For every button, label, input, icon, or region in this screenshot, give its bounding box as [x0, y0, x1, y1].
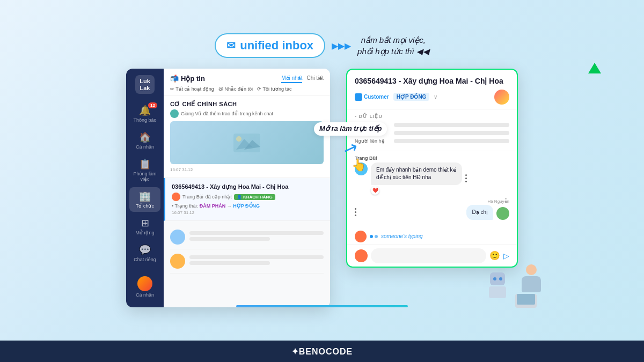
sidebar-item-organization[interactable]: 🏢 Tổ chức — [129, 187, 160, 212]
sidebar-item-workspace[interactable]: 📋 Phòng làm việc — [129, 155, 160, 185]
conversation-item-1[interactable]: CƠ CHẾ CHÍNH SÁCH Giang Vũ đã thêm trao … — [164, 95, 330, 178]
badge-label: unified inbox — [240, 39, 313, 53]
inbox-title-row: 📬 Hộp tin Mới nhất Chi tiết — [170, 74, 324, 83]
conv2-user: Trang Bùi — [182, 194, 203, 200]
typing-avatar — [355, 231, 367, 242]
top-section: ✉ unified inbox ▶▶▶ nắm bắt mọi việc, ph… — [215, 33, 429, 58]
conv2-header: 0365649413 - Xây dựng Hoa Mai - Chị Hoa — [172, 183, 324, 190]
send-button[interactable]: ▷ — [503, 252, 509, 260]
robot-eye-left — [493, 277, 496, 280]
typing-dot-2 — [375, 235, 378, 238]
blur-avatar-1 — [170, 230, 185, 245]
filter-all-activity[interactable]: ✏ Tất cả hoạt động — [170, 86, 214, 92]
conv1-image — [170, 121, 324, 164]
blur-lines-2 — [189, 255, 324, 267]
sidebar-label-profile: Cá nhân — [136, 292, 154, 298]
dot2 — [465, 178, 467, 179]
dot6 — [355, 215, 356, 216]
app-panel: Luk Lak 12 🔔 Thông báo 🏠 Cá nhân 📋 Phòng… — [126, 69, 330, 307]
tab-detail[interactable]: Chi tiết — [306, 74, 324, 83]
person-figure — [515, 264, 547, 305]
inbox-icon: ✉ — [226, 39, 236, 52]
bar-nguoi-lien-he — [394, 139, 509, 143]
blur-line-1a — [189, 231, 324, 235]
sidebar-label-personal: Cá nhân — [136, 144, 154, 150]
tab-newest[interactable]: Mới nhất — [281, 74, 302, 83]
blur-avatar-2 — [170, 254, 185, 269]
more-options-2[interactable] — [355, 208, 356, 216]
arrow-annotation: Mở ra làm trực tiếp ↗ 👆 — [314, 122, 387, 172]
chat-avatar-ha — [496, 207, 509, 220]
conv1-user: Giang Vũ — [181, 111, 201, 116]
inbox-area: 📬 Hộp tin Mới nhất Chi tiết ✏ Tất cả hoạ… — [164, 69, 330, 307]
app-logo: Luk Lak — [135, 75, 155, 93]
bottom-illustration — [484, 264, 547, 305]
filter-interactions[interactable]: ⟳ Tôi tương tác — [257, 86, 291, 92]
sidebar-item-personal[interactable]: 🏠 Cá nhân — [129, 128, 160, 153]
blue-bottom-line — [236, 305, 408, 307]
notification-badge: 12 — [148, 102, 157, 108]
blur-lines-1 — [189, 231, 324, 243]
blur-line-2b — [189, 261, 270, 265]
data-section-title: - DỮ LIỆU — [355, 114, 509, 119]
emoji-button[interactable]: 🙂 — [489, 250, 500, 261]
dot1 — [465, 174, 467, 176]
typing-text: someone's typing — [381, 233, 423, 239]
laptop-screen — [517, 294, 535, 305]
conv2-action: đã cập nhật — [206, 194, 232, 200]
arrows-left: ◀◀ — [416, 47, 429, 56]
contract-tag[interactable]: HỢP ĐỒNG — [393, 93, 430, 101]
khach-hang-badge: 👤 KHÁCH HÀNG — [234, 194, 275, 200]
footer-logo: ✦BENOCODE — [291, 346, 353, 357]
inbox-title: 📬 Hộp tin — [170, 75, 205, 83]
detail-header: 0365649413 - Xây dựng Hoa Mai - Chị Hoa … — [347, 70, 517, 109]
input-avatar — [355, 249, 368, 262]
annotation-label: Mở ra làm trực tiếp — [314, 122, 387, 136]
conversation-item-2[interactable]: 0365649413 - Xây dựng Hoa Mai - Chị Hoa … — [164, 178, 330, 221]
conv2-sub: Trang Bùi đã cập nhật 👤 KHÁCH HÀNG — [172, 193, 324, 201]
sidebar-label-workspace: Phòng làm việc — [131, 171, 158, 182]
blurred-row-1 — [170, 225, 324, 249]
chat-bubble-row-2: Dạ chị — [355, 205, 509, 220]
detail-tags: Customer HỢP ĐỒNG ∨ — [355, 90, 509, 105]
sidebar-label-notifications: Thông báo — [133, 117, 156, 123]
sidebar-item-notifications[interactable]: 12 🔔 Thông báo — [129, 101, 160, 126]
more-options[interactable] — [465, 174, 467, 182]
blurred-rows — [164, 221, 330, 278]
robot-body — [489, 286, 506, 298]
chat-input-field[interactable] — [371, 248, 486, 263]
annotation-arrow: ↗ — [340, 136, 361, 160]
bar-quy-mo — [394, 123, 509, 127]
blur-line-1b — [189, 237, 270, 241]
laptop — [515, 294, 537, 308]
organization-icon: 🏢 — [139, 190, 151, 202]
person-body — [522, 276, 541, 292]
home-icon: 🏠 — [139, 131, 151, 143]
expand-icon: ⊞ — [141, 217, 149, 229]
blurred-row-2 — [170, 249, 324, 274]
detail-title: 0365649413 - Xây dựng Hoa Mai - Chị Hoa — [355, 76, 509, 86]
dot4 — [355, 208, 356, 210]
unified-inbox-badge: ✉ unified inbox — [215, 33, 325, 58]
filter-mentions[interactable]: @ Nhắc đến tôi — [218, 86, 253, 92]
workspace-icon: 📋 — [139, 158, 151, 170]
arrows-right: ▶▶▶ — [332, 41, 351, 51]
dot5 — [355, 211, 356, 213]
conv1-action: đã thêm trao đổi trong kênh chat — [203, 111, 274, 116]
conv1-avatar — [170, 109, 179, 118]
conv1-sub: Giang Vũ đã thêm trao đổi trong kênh cha… — [170, 109, 324, 118]
status-to: HỢP ĐỒNG — [233, 203, 260, 209]
chat-input-row: 🙂 ▷ — [347, 245, 517, 267]
sidebar-item-profile[interactable]: Cá nhân — [129, 273, 160, 301]
decorative-triangle — [588, 63, 601, 73]
sidebar-label-organization: Tổ chức — [136, 203, 154, 209]
sidebar-label-chat: Chat riêng — [134, 257, 156, 262]
dot3 — [465, 181, 467, 182]
sidebar-item-chat[interactable]: 💬 Chat riêng — [129, 241, 160, 265]
customer-tag: Customer — [355, 93, 389, 101]
conv1-time: 16:07 31.12 — [170, 167, 324, 172]
sidebar-item-expand[interactable]: ⊞ Mở rộng — [129, 214, 160, 239]
panels-row: Luk Lak 12 🔔 Thông báo 🏠 Cá nhân 📋 Phòng… — [126, 69, 518, 307]
chat-bubble-2: Dạ chị — [466, 205, 493, 220]
inbox-tabs: Mới nhất Chi tiết — [281, 74, 324, 83]
